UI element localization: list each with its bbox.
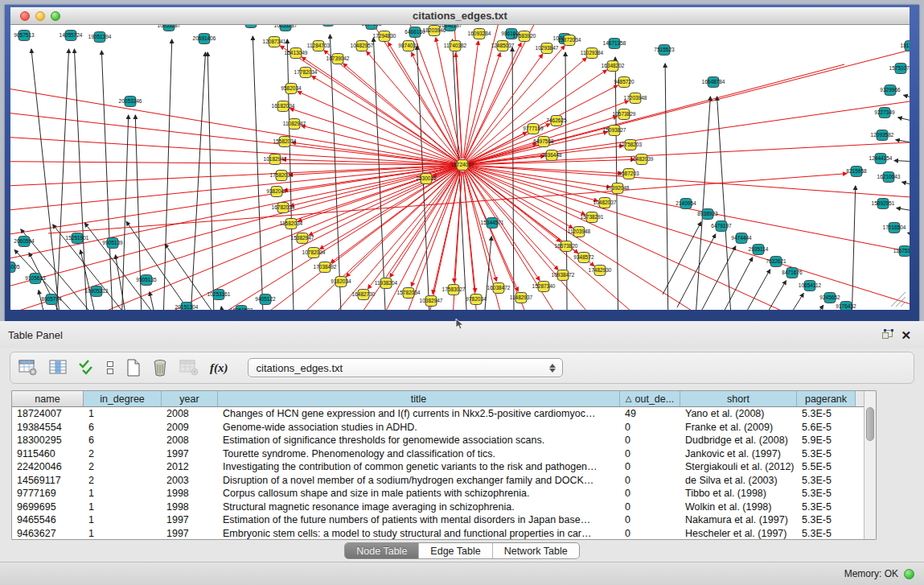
graph-node[interactable]: 15275051: [240, 25, 263, 28]
graph-node[interactable]: 15251901: [66, 233, 89, 244]
graph-node[interactable]: 8938923: [697, 209, 718, 220]
graph-node[interactable]: 9057513: [14, 31, 35, 41]
network-window-titlebar[interactable]: citations_edges.txt: [10, 7, 910, 25]
tab-network-table[interactable]: Network Table: [492, 543, 579, 558]
graph-node[interactable]: 7515523: [654, 45, 675, 56]
graph-node[interactable]: 9405122: [255, 295, 276, 305]
tab-node-table[interactable]: Node Table: [345, 543, 418, 558]
graph-node[interactable]: 6479197: [711, 221, 732, 232]
canvas-resize-grip[interactable]: [891, 292, 906, 307]
table-row[interactable]: 911546021997Tourette syndrome. Phenomeno…: [12, 447, 864, 461]
graph-node[interactable]: 20151304: [175, 303, 199, 311]
graph-node[interactable]: 9105613: [25, 274, 46, 284]
graph-node[interactable]: 8215958: [846, 167, 867, 177]
graph-node[interactable]: 11740382: [444, 41, 467, 51]
graph-node[interactable]: 17582034: [270, 171, 294, 181]
column-header-year[interactable]: year: [162, 391, 218, 406]
graph-node[interactable]: 2060594: [14, 237, 35, 247]
graph-node[interactable]: 20691406: [193, 34, 216, 44]
table-row[interactable]: 2242004622012Investigating the contribut…: [12, 460, 864, 474]
graph-node[interactable]: 15892951: [872, 199, 895, 209]
column-header-in_degree[interactable]: in_degree: [84, 391, 162, 406]
graph-node[interactable]: 7632621: [766, 257, 786, 267]
graph-node[interactable]: 10938472: [552, 270, 575, 281]
function-builder-icon[interactable]: f(x): [210, 361, 228, 375]
graph-node[interactable]: 11284703: [307, 41, 331, 51]
graph-node[interactable]: 17782034: [294, 68, 318, 78]
graph-node[interactable]: 10654112: [799, 281, 822, 291]
graph-node[interactable]: 8605794: [41, 295, 62, 305]
graph-node[interactable]: 20053346: [119, 97, 142, 107]
graph-node[interactable]: 17016504: [883, 223, 906, 233]
graph-node[interactable]: 9905139: [102, 238, 123, 249]
graph-node[interactable]: 14055724: [60, 31, 83, 41]
graph-node[interactable]: 1811304: [901, 41, 910, 51]
graph-node[interactable]: 10482957: [351, 41, 374, 51]
graph-node[interactable]: 10653287: [274, 25, 298, 31]
graph-node[interactable]: 11938204: [375, 278, 398, 289]
graph-node[interactable]: 15751074: [889, 64, 910, 74]
table-row[interactable]: 969969511998Structural magnetic resonanc…: [12, 501, 864, 514]
graph-node[interactable]: 16210643: [877, 172, 901, 183]
column-header-out_de[interactable]: △out_de...: [620, 391, 680, 406]
graph-node[interactable]: 9329966: [880, 85, 901, 96]
graph-node[interactable]: 16038472: [487, 283, 511, 294]
graph-node[interactable]: 11082947: [283, 119, 306, 130]
graph-node[interactable]: 11758203: [619, 140, 643, 150]
scrollbar-thumb[interactable]: [866, 407, 874, 441]
delete-table-icon[interactable]: [152, 359, 168, 377]
graph-node[interactable]: 16093284: [468, 29, 491, 39]
graph-node[interactable]: 17583027: [442, 285, 466, 295]
graph-node[interactable]: 11482937: [510, 293, 533, 303]
float-panel-icon[interactable]: [878, 328, 897, 342]
graph-node[interactable]: 15287340: [532, 282, 556, 292]
graph-node[interactable]: 12444154: [869, 154, 893, 164]
column-header-name[interactable]: name: [12, 391, 84, 406]
graph-node[interactable]: 11029384: [581, 48, 604, 59]
table-row[interactable]: 1872400712008Changes of HCN gene express…: [12, 407, 864, 421]
graph-node[interactable]: 11582034: [280, 219, 303, 229]
graph-node[interactable]: 11675342: [893, 246, 910, 257]
graph-node[interactable]: 9382047: [266, 187, 287, 197]
graph-node[interactable]: 9505135: [136, 275, 157, 286]
graph-node[interactable]: 16051523: [230, 306, 253, 311]
graph-node[interactable]: 12087341: [263, 37, 286, 47]
graph-node[interactable]: 2526005: [10, 262, 20, 273]
graph-node[interactable]: 17583920: [513, 31, 536, 42]
graph-node[interactable]: 18203946: [423, 26, 446, 36]
graph-node[interactable]: 16739042: [326, 54, 350, 64]
table-row[interactable]: 946554611997Estimation of the future num…: [12, 513, 864, 527]
tab-edge-table[interactable]: Edge Table: [418, 543, 491, 558]
graph-node[interactable]: 9348572: [573, 253, 594, 263]
graph-node[interactable]: 10905313: [85, 286, 109, 297]
table-vertical-scrollbar[interactable]: [864, 391, 876, 539]
graph-node[interactable]: 11203948: [568, 227, 591, 237]
table-row[interactable]: 977716911998Corpus callosum shape and si…: [12, 487, 864, 501]
table-row[interactable]: 1830029562008Estimation of significance …: [12, 434, 864, 447]
column-header-title[interactable]: title: [218, 391, 620, 406]
graph-node[interactable]: 10382947: [420, 296, 443, 307]
table-row[interactable]: 946362711997Embryonic stem cells: a mode…: [12, 527, 864, 540]
graph-node[interactable]: 10953287: [158, 25, 181, 31]
graph-node[interactable]: 2935114: [749, 245, 769, 255]
graph-node[interactable]: 2036448: [541, 150, 562, 161]
column-header-short[interactable]: short: [680, 391, 797, 406]
graph-node[interactable]: 17392048: [606, 183, 630, 194]
graph-node[interactable]: 10182947: [264, 154, 287, 165]
graph-node[interactable]: 16573820: [555, 241, 578, 252]
new-table-icon[interactable]: [126, 359, 141, 377]
graph-node[interactable]: 9245652: [819, 293, 840, 303]
graph-node[interactable]: 10782034: [302, 248, 326, 258]
graph-node[interactable]: 17294830: [373, 31, 396, 42]
graph-node[interactable]: 12485037: [491, 41, 515, 51]
graph-node[interactable]: 9227349: [874, 108, 895, 118]
graph-node[interactable]: 10253161: [207, 290, 231, 300]
graph-node[interactable]: 1527602: [361, 25, 382, 30]
column-visibility-icon[interactable]: [49, 360, 67, 376]
table-row[interactable]: 1456911722003Disruption of a novel membe…: [12, 474, 864, 488]
graph-node[interactable]: 19051394: [88, 32, 112, 43]
graph-node[interactable]: 16182034: [272, 101, 295, 112]
clear-selection-icon[interactable]: [105, 360, 115, 376]
table-options-icon[interactable]: [18, 360, 38, 376]
graph-node[interactable]: 16348202: [602, 61, 625, 72]
